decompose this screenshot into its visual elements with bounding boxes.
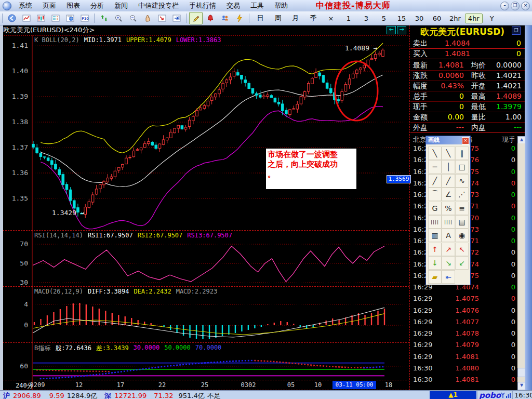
tick-vol: 0 [494, 168, 515, 176]
tool-arrow-down-right-icon[interactable]: ↘ [442, 256, 455, 270]
period-4hr-button[interactable]: 4hr [465, 14, 483, 23]
tool-line-icon[interactable]: ╲ [428, 147, 442, 160]
period-3-button[interactable]: 3 [358, 14, 375, 23]
tool-eraser-icon[interactable]: ▰ [428, 270, 442, 284]
tool-arrow-up-right-icon[interactable]: ↗ [442, 243, 455, 256]
tool-arrow-down-icon[interactable]: ↓ [428, 256, 442, 270]
menu-页面[interactable]: 页面 [37, 0, 61, 11]
toolbar-f10-info-button[interactable]: F10 [78, 12, 91, 24]
tool-exit-draw-icon[interactable]: ⇤ [442, 270, 455, 284]
minimize-button[interactable]: – [500, 2, 509, 10]
tool-arrow-down-left-icon[interactable]: ↙ [455, 256, 469, 270]
period-5-button[interactable]: 5 [376, 14, 392, 23]
menu-工具[interactable]: 工具 [245, 0, 269, 11]
tool-trend-segment-icon[interactable]: ╱ [442, 174, 455, 188]
toolbar-refresh-button[interactable] [97, 12, 111, 24]
tick-vol: 0 [494, 283, 515, 291]
tool-vertical-grid-icon[interactable]: |||| [428, 215, 442, 229]
tick-time: 16:29 [413, 318, 432, 326]
tool-text-tool-icon[interactable]: A [442, 229, 455, 242]
toolbar-candlestick-chart-button[interactable] [34, 12, 48, 24]
period-60-button[interactable]: 60 [429, 14, 445, 23]
toolbar-alarm-button[interactable] [204, 12, 217, 24]
toolbar-hotkey-button[interactable] [233, 12, 246, 24]
scroll-left-icon[interactable]: ← [387, 26, 396, 34]
y-axis-label: 1.35 [1, 194, 28, 202]
tool-curve-icon[interactable]: ∿ [455, 174, 469, 188]
period-15-button[interactable]: 15 [393, 14, 410, 23]
tick-vol: 0 [494, 248, 515, 256]
palette-close-icon[interactable]: × [462, 137, 469, 144]
menu-交易[interactable]: 交易 [221, 0, 245, 11]
tool-horizontal-segment-icon[interactable]: ─ [428, 160, 442, 174]
x-tick-label: 12 [75, 381, 83, 389]
period-×-button[interactable]: × [323, 14, 339, 23]
toolbar-news-button[interactable] [63, 12, 77, 24]
tool-rectangle-icon[interactable]: □ [455, 160, 469, 174]
period-日-button[interactable]: 日 [252, 12, 269, 24]
tool-angle-lines-icon[interactable]: ∠ [442, 188, 455, 201]
tool-trend-line-icon[interactable]: ╱ [428, 174, 442, 188]
period-月-button[interactable]: 月 [287, 12, 304, 24]
app-icon[interactable] [3, 2, 11, 10]
menu-新闻[interactable]: 新闻 [109, 0, 133, 11]
scroll-right-icon[interactable]: → [397, 26, 406, 34]
period-30-button[interactable]: 30 [411, 14, 428, 23]
boll-header: K BOLL(20,2) MID:1.3971 UPPER:1.4079 LOW… [34, 36, 221, 44]
menu-分析[interactable]: 分析 [85, 0, 109, 11]
scrollbar-track[interactable] [517, 143, 525, 382]
quote-value: 0 [473, 49, 521, 58]
tick-price: 1.4081 [442, 353, 479, 361]
menu-系统[interactable]: 系统 [14, 0, 37, 11]
tool-arc-icon[interactable]: ⌒ [428, 188, 442, 201]
quote-value: 1.3979 [487, 102, 522, 111]
tool-fan-lines-icon[interactable]: ⋰ [455, 188, 469, 201]
tool-percent-lines-icon[interactable]: % [442, 202, 455, 215]
y-axis-label: 1.36 [1, 169, 28, 177]
tool-channel-lines-icon[interactable]: ▥ [428, 229, 442, 242]
toolbar-draw-line-button[interactable] [189, 12, 203, 24]
close-button[interactable]: × [521, 2, 530, 10]
toolbar-line-chart-button[interactable] [20, 12, 33, 24]
status-divider [477, 391, 477, 399]
quote-value: 1.4084 [431, 39, 470, 47]
tool-golden-section-icon[interactable]: G [428, 202, 442, 215]
tool-arrow-up-icon[interactable]: ↑ [428, 243, 442, 256]
tool-parallel-lines-icon[interactable]: ∥ [455, 147, 469, 160]
tick-row: 16:291.40790 [410, 341, 517, 352]
restore-button[interactable]: ❐ [511, 2, 520, 10]
toolbar-export-chart-button[interactable] [155, 12, 169, 24]
menu-手机行情[interactable]: 手机行情 [184, 0, 221, 11]
toolbar-quote-list-button[interactable] [49, 12, 62, 24]
period-2hr-button[interactable]: 2hr [446, 14, 464, 23]
toolbar-zoom-in-button[interactable] [112, 12, 125, 24]
tool-segment-icon[interactable]: ╲ [442, 147, 455, 160]
menu-图表[interactable]: 图表 [61, 0, 85, 11]
tick-time: 16:29 [413, 307, 432, 314]
tool-vertical-segment-icon[interactable]: │ [442, 160, 455, 174]
period-季-button[interactable]: 季 [305, 12, 322, 24]
tool-time-cycle-icon[interactable]: ◉ [455, 229, 469, 242]
toolbar-next-page-button[interactable] [170, 12, 183, 24]
rsi3-value: RSI3:67.9507 [187, 232, 232, 239]
menu-帮助[interactable]: 帮助 [269, 0, 293, 11]
toolbar-back-button[interactable] [5, 12, 19, 24]
tick-row: 16:291.40760 [410, 307, 517, 318]
quote-value: --- [487, 123, 522, 131]
alarm-icon [206, 14, 215, 22]
tool-gann-lines-icon[interactable]: ≡ [455, 202, 469, 215]
panel-restore-icon[interactable]: ❐ [512, 26, 521, 35]
period-Y-button[interactable]: Y [484, 14, 500, 23]
toolbar-users-button[interactable] [218, 12, 232, 24]
period-1-button[interactable]: 1 [340, 14, 357, 23]
tool-band-lines-icon[interactable]: ▤ [455, 215, 469, 229]
boll-name: K BOLL(20,2) [34, 36, 79, 44]
b-level50: 50.0000 [164, 344, 191, 353]
tool-arrow-up-left-icon[interactable]: ↖ [455, 243, 469, 256]
period-周-button[interactable]: 周 [270, 12, 286, 24]
tool-cycle-lines-icon[interactable]: |||| [442, 215, 455, 229]
toolbar-drag-hand-button[interactable] [141, 12, 154, 24]
toolbar-zoom-out-button[interactable] [126, 12, 140, 24]
menu-中信建投专栏[interactable]: 中信建投专栏 [133, 0, 184, 11]
quote-value: 0 [431, 92, 464, 100]
